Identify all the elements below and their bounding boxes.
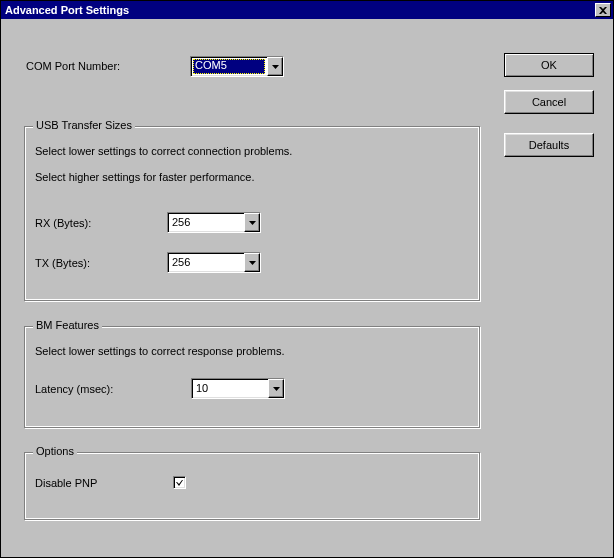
bm-hint: Select lower settings to correct respons… — [35, 345, 284, 357]
latency-combo[interactable]: 10 — [191, 378, 285, 399]
cancel-button-label: Cancel — [532, 96, 566, 108]
options-group: Options Disable PNP — [24, 452, 480, 520]
titlebar: Advanced Port Settings — [1, 1, 613, 19]
bm-legend: BM Features — [33, 319, 102, 331]
bm-group: BM Features Select lower settings to cor… — [24, 326, 480, 428]
tx-value: 256 — [168, 253, 244, 272]
com-port-combo[interactable]: COM5 — [190, 56, 284, 77]
close-button[interactable] — [595, 3, 611, 17]
chevron-down-icon[interactable] — [268, 379, 284, 398]
com-port-value: COM5 — [193, 59, 265, 74]
defaults-button-label: Defaults — [529, 139, 569, 151]
latency-value: 10 — [192, 379, 268, 398]
rx-value: 256 — [168, 213, 244, 232]
usb-hint2: Select higher settings for faster perfor… — [35, 171, 255, 183]
usb-legend: USB Transfer Sizes — [33, 119, 135, 131]
chevron-down-icon[interactable] — [267, 57, 283, 76]
window-title: Advanced Port Settings — [5, 4, 129, 16]
disable-pnp-checkbox[interactable] — [173, 476, 186, 489]
close-icon — [599, 7, 607, 14]
defaults-button[interactable]: Defaults — [504, 133, 594, 157]
rx-combo[interactable]: 256 — [167, 212, 261, 233]
dialog-window: Advanced Port Settings COM Port Number: … — [0, 0, 614, 558]
latency-label: Latency (msec): — [35, 383, 113, 395]
check-icon — [176, 479, 183, 486]
options-legend: Options — [33, 445, 77, 457]
usb-hint1: Select lower settings to correct connect… — [35, 145, 292, 157]
ok-button[interactable]: OK — [504, 53, 594, 77]
tx-label: TX (Bytes): — [35, 257, 90, 269]
rx-label: RX (Bytes): — [35, 217, 91, 229]
tx-combo[interactable]: 256 — [167, 252, 261, 273]
ok-button-label: OK — [541, 59, 557, 71]
com-port-label: COM Port Number: — [26, 60, 120, 72]
disable-pnp-label: Disable PNP — [35, 477, 97, 489]
chevron-down-icon[interactable] — [244, 213, 260, 232]
usb-group: USB Transfer Sizes Select lower settings… — [24, 126, 480, 301]
cancel-button[interactable]: Cancel — [504, 90, 594, 114]
client-area: COM Port Number: COM5 OK Cancel Defaults… — [2, 20, 612, 556]
chevron-down-icon[interactable] — [244, 253, 260, 272]
